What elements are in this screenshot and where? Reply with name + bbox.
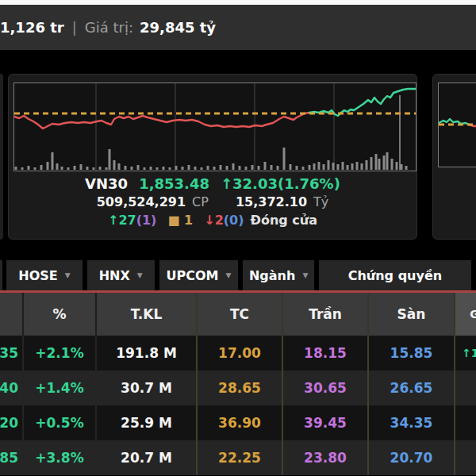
cell-san: 26.65 xyxy=(367,370,454,405)
breadth-decliners: ↓2 xyxy=(204,211,224,229)
cell-tkl: 25.9 M xyxy=(95,405,196,440)
cell-tc: 22.25 xyxy=(196,440,282,475)
breadth-floor-count: (0) xyxy=(224,211,244,229)
cell-tc: 36.90 xyxy=(196,405,282,440)
cell-price: 40 xyxy=(0,370,22,405)
index-value: 1,853.48 xyxy=(139,175,209,193)
column-header-price[interactable] xyxy=(0,293,22,336)
cell-pct: +3.8% xyxy=(22,440,95,475)
chevron-down-icon: ▼ xyxy=(137,271,143,279)
total-volume-text: 1,126 tr xyxy=(0,19,64,36)
cell-san: 34.35 xyxy=(367,405,454,440)
tab-upcom[interactable]: UPCOM▼ xyxy=(159,260,239,290)
column-header-san[interactable]: Sàn xyxy=(367,293,454,336)
breadth-unchanged: ■ 1 xyxy=(167,211,193,229)
chevron-down-icon: ▼ xyxy=(226,271,232,279)
cell-price: 35 xyxy=(0,336,22,370)
separator: | xyxy=(72,19,77,36)
cell-tran: 23.80 xyxy=(282,440,367,475)
cell-tkl: 191.8 M xyxy=(95,336,196,370)
next-index-panel[interactable] xyxy=(432,74,476,240)
cell-tran: 39.45 xyxy=(282,405,367,440)
carousel-prev-panel-sliver[interactable] xyxy=(0,74,3,240)
cell-tkl: 30.7 M xyxy=(95,370,196,405)
value-label: Giá trị: xyxy=(85,19,133,36)
cell-extra xyxy=(454,440,476,475)
price-board-table: %T.KLTCTrầnSànG 35+2.1%191.8 M17.0018.15… xyxy=(0,293,476,475)
tab-label: HOSE xyxy=(18,268,57,283)
breadth-ceiling-count: (1) xyxy=(136,211,157,229)
next-index-chart-svg xyxy=(439,83,476,167)
cell-tran: 18.15 xyxy=(282,336,367,370)
cell-extra xyxy=(454,405,476,440)
vn30-index-panel[interactable]: VN30 1,853.48 ↑32.03(1.76%) 509,524,291 … xyxy=(8,74,417,240)
column-header-tc[interactable]: TC xyxy=(196,293,282,336)
tab-chứng-quyền[interactable]: Chứng quyền xyxy=(319,260,471,290)
table-row[interactable]: 35+2.1%191.8 M17.0018.1515.85↑1 xyxy=(0,336,476,370)
table-row[interactable]: 40+1.4%30.7 M28.6530.6526.65 xyxy=(0,370,476,405)
cell-extra xyxy=(454,370,476,405)
vn30-chart-svg xyxy=(14,83,416,171)
table-row[interactable]: 20+0.5%25.9 M36.9039.4534.35 xyxy=(0,405,476,440)
vn30-intraday-chart xyxy=(13,83,416,171)
tab-partial-sliver[interactable] xyxy=(0,260,2,290)
next-index-chart xyxy=(438,83,476,167)
cell-tc: 17.00 xyxy=(196,336,282,370)
cell-san: 15.85 xyxy=(367,336,454,370)
cell-tkl: 20.7 M xyxy=(95,440,196,475)
cell-san: 20.70 xyxy=(367,440,454,475)
tab-hnx[interactable]: HNX▼ xyxy=(87,260,155,290)
column-header-pct[interactable]: % xyxy=(22,293,95,336)
tab-hose[interactable]: HOSE▼ xyxy=(6,260,83,290)
tab-label: HNX xyxy=(99,268,130,283)
table-row[interactable]: 85+3.8%20.7 M22.2523.8020.70 xyxy=(0,440,476,475)
total-value-text: 29,845 tỷ xyxy=(140,19,216,36)
breadth-advancers: ↑27 xyxy=(108,211,136,229)
cell-price: 20 xyxy=(0,405,22,440)
tab-ngành[interactable]: Ngành▼ xyxy=(243,260,313,290)
column-header-tran[interactable]: Trần xyxy=(282,293,367,336)
tab-label: Ngành xyxy=(249,268,295,283)
chevron-down-icon: ▼ xyxy=(302,271,308,279)
index-name: VN30 xyxy=(85,175,128,193)
cell-price: 85 xyxy=(0,440,22,475)
table-body: 35+2.1%191.8 M17.0018.1515.85↑140+1.4%30… xyxy=(0,336,476,475)
market-summary-bar: 1,126 tr | Giá trị: 29,845 tỷ xyxy=(0,5,476,50)
index-turnover-unit: Tỷ xyxy=(313,193,328,211)
column-header-extra[interactable]: G xyxy=(454,293,476,336)
chevron-down-icon: ▼ xyxy=(65,271,71,279)
cell-tc: 28.65 xyxy=(196,370,282,405)
cell-pct: +1.4% xyxy=(22,370,95,405)
index-turnover: 15,372.10 xyxy=(236,193,307,211)
cell-tran: 30.65 xyxy=(282,370,367,405)
index-shares-unit: CP xyxy=(192,193,209,211)
tab-label: Chứng quyền xyxy=(348,268,442,283)
vn30-summary: VN30 1,853.48 ↑32.03(1.76%) 509,524,291 … xyxy=(9,175,416,229)
cell-pct: +0.5% xyxy=(22,405,95,440)
index-change: ↑32.03(1.76%) xyxy=(221,175,340,193)
exchange-tabs: HOSE▼HNX▼UPCOM▼Ngành▼Chứng quyền xyxy=(0,260,476,290)
index-shares: 509,524,291 xyxy=(97,193,186,211)
session-status: Đóng cửa xyxy=(251,211,317,229)
tab-label: UPCOM xyxy=(167,268,219,283)
table-header-row: %T.KLTCTrầnSànG xyxy=(0,293,476,336)
cell-extra: ↑1 xyxy=(454,336,476,370)
cell-pct: +2.1% xyxy=(22,336,95,370)
column-header-tkl[interactable]: T.KL xyxy=(95,293,196,336)
